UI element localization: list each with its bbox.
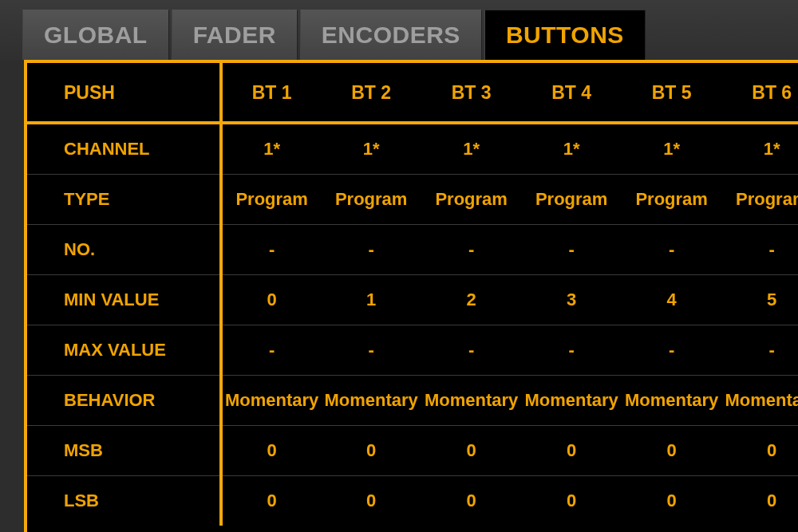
cell-no-bt6[interactable]: -	[721, 225, 798, 275]
cell-type-bt3[interactable]: Program	[421, 175, 522, 225]
col-header-bt4[interactable]: BT 4	[521, 63, 622, 123]
cell-lsb-bt6[interactable]: 0	[721, 476, 798, 526]
cell-channel-bt5[interactable]: 1*	[622, 123, 722, 175]
col-header-bt5[interactable]: BT 5	[622, 63, 722, 123]
cell-msb-bt6[interactable]: 0	[721, 426, 798, 476]
cell-type-bt1[interactable]: Program	[221, 175, 322, 225]
cell-lsb-bt5[interactable]: 0	[622, 476, 722, 526]
cell-no-bt1[interactable]: -	[221, 225, 322, 275]
row-no: NO. - - - - - -	[27, 225, 798, 275]
cell-min-bt6[interactable]: 5	[721, 275, 798, 325]
col-header-bt1[interactable]: BT 1	[221, 63, 322, 123]
cell-behavior-bt3[interactable]: Momentary	[421, 376, 522, 426]
cell-max-bt5[interactable]: -	[622, 325, 722, 376]
buttons-config-table: PUSH BT 1 BT 2 BT 3 BT 4 BT 5 BT 6 CHANN…	[27, 63, 798, 526]
row-channel: CHANNEL 1* 1* 1* 1* 1* 1*	[27, 123, 798, 175]
cell-msb-bt1[interactable]: 0	[221, 426, 322, 476]
cell-channel-bt6[interactable]: 1*	[721, 123, 798, 175]
cell-channel-bt3[interactable]: 1*	[421, 123, 522, 175]
table-header-row: PUSH BT 1 BT 2 BT 3 BT 4 BT 5 BT 6	[27, 63, 798, 123]
row-behavior: BEHAVIOR Momentary Momentary Momentary M…	[27, 376, 798, 426]
cell-behavior-bt4[interactable]: Momentary	[521, 376, 622, 426]
cell-channel-bt1[interactable]: 1*	[221, 123, 322, 175]
cell-min-bt1[interactable]: 0	[221, 275, 322, 325]
tab-global[interactable]: GLOBAL	[22, 10, 169, 60]
row-max-value: MAX VALUE - - - - - -	[27, 325, 798, 376]
cell-channel-bt2[interactable]: 1*	[321, 123, 421, 175]
cell-min-bt3[interactable]: 2	[421, 275, 522, 325]
row-label-min-value: MIN VALUE	[27, 275, 221, 325]
cell-lsb-bt2[interactable]: 0	[321, 476, 421, 526]
cell-type-bt6[interactable]: Program	[721, 175, 798, 225]
cell-msb-bt5[interactable]: 0	[622, 426, 722, 476]
cell-lsb-bt3[interactable]: 0	[421, 476, 522, 526]
row-label-channel: CHANNEL	[27, 123, 221, 175]
cell-behavior-bt6[interactable]: Momentary	[721, 376, 798, 426]
row-type: TYPE Program Program Program Program Pro…	[27, 175, 798, 225]
cell-lsb-bt4[interactable]: 0	[521, 476, 622, 526]
buttons-panel: PUSH BT 1 BT 2 BT 3 BT 4 BT 5 BT 6 CHANN…	[24, 60, 798, 532]
row-label-type: TYPE	[27, 175, 221, 225]
cell-max-bt1[interactable]: -	[221, 325, 322, 376]
cell-type-bt4[interactable]: Program	[521, 175, 622, 225]
row-label-max-value: MAX VALUE	[27, 325, 221, 376]
row-label-msb: MSB	[27, 426, 221, 476]
cell-min-bt5[interactable]: 4	[622, 275, 722, 325]
cell-msb-bt4[interactable]: 0	[521, 426, 622, 476]
cell-msb-bt3[interactable]: 0	[421, 426, 522, 476]
row-lsb: LSB 0 0 0 0 0 0	[27, 476, 798, 526]
cell-type-bt5[interactable]: Program	[622, 175, 722, 225]
row-label-lsb: LSB	[27, 476, 221, 526]
cell-channel-bt4[interactable]: 1*	[521, 123, 622, 175]
cell-max-bt2[interactable]: -	[321, 325, 421, 376]
row-label-no: NO.	[27, 225, 221, 275]
col-header-bt2[interactable]: BT 2	[321, 63, 421, 123]
row-msb: MSB 0 0 0 0 0 0	[27, 426, 798, 476]
cell-min-bt4[interactable]: 3	[521, 275, 622, 325]
cell-min-bt2[interactable]: 1	[321, 275, 421, 325]
cell-no-bt3[interactable]: -	[421, 225, 522, 275]
cell-max-bt6[interactable]: -	[721, 325, 798, 376]
tab-bar: GLOBAL FADER ENCODERS BUTTONS	[0, 0, 798, 60]
cell-behavior-bt2[interactable]: Momentary	[321, 376, 421, 426]
col-header-bt3[interactable]: BT 3	[421, 63, 522, 123]
cell-behavior-bt1[interactable]: Momentary	[221, 376, 322, 426]
tab-encoders[interactable]: ENCODERS	[300, 10, 482, 60]
cell-msb-bt2[interactable]: 0	[321, 426, 421, 476]
cell-no-bt4[interactable]: -	[521, 225, 622, 275]
cell-no-bt5[interactable]: -	[622, 225, 722, 275]
row-label-behavior: BEHAVIOR	[27, 376, 221, 426]
col-header-bt6[interactable]: BT 6	[721, 63, 798, 123]
cell-behavior-bt5[interactable]: Momentary	[622, 376, 722, 426]
cell-max-bt3[interactable]: -	[421, 325, 522, 376]
cell-max-bt4[interactable]: -	[521, 325, 622, 376]
cell-type-bt2[interactable]: Program	[321, 175, 421, 225]
cell-lsb-bt1[interactable]: 0	[221, 476, 322, 526]
row-min-value: MIN VALUE 0 1 2 3 4 5	[27, 275, 798, 325]
tab-fader[interactable]: FADER	[172, 10, 298, 60]
cell-no-bt2[interactable]: -	[321, 225, 421, 275]
header-corner-label: PUSH	[27, 63, 221, 123]
tab-buttons[interactable]: BUTTONS	[484, 10, 646, 60]
